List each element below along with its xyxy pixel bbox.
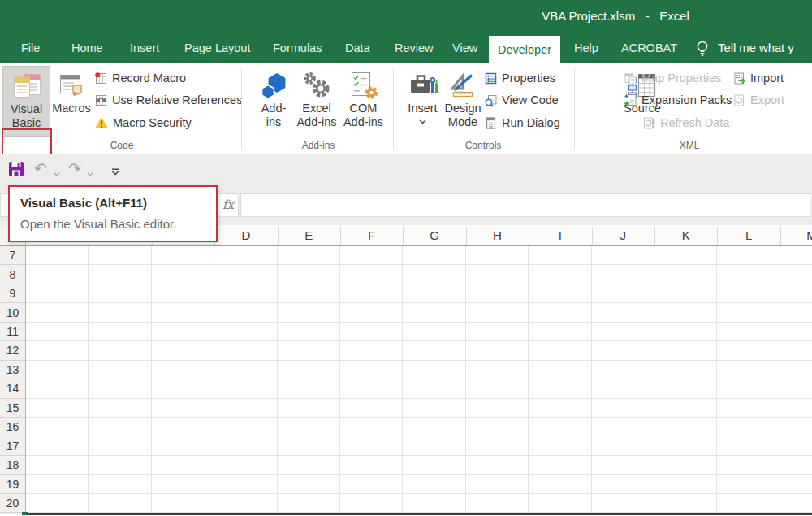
add-ins-icon <box>258 69 289 102</box>
tab-review[interactable]: Review <box>395 33 434 63</box>
run-dialog-label: Run Dialog <box>502 116 560 129</box>
window-title: VBA Project.xlsm - Excel <box>542 9 689 23</box>
column-header-F[interactable]: F <box>356 225 388 245</box>
add-ins-button[interactable]: Add- ins <box>257 66 291 137</box>
row-header-10[interactable]: 10 <box>0 303 25 322</box>
chevron-down-icon <box>419 119 426 124</box>
chevron-down-icon <box>54 172 60 176</box>
tab-formulas[interactable]: Formulas <box>273 33 322 63</box>
customize-toolbar-icon <box>111 168 119 176</box>
insert-function-button[interactable]: fx <box>218 193 239 217</box>
tab-page-layout[interactable]: Page Layout <box>184 33 250 63</box>
column-header-H[interactable]: H <box>482 225 514 245</box>
expansion-packs-button[interactable]: Expansion Packs <box>624 92 732 108</box>
row-header-9[interactable]: 9 <box>0 284 25 303</box>
tab-acrobat[interactable]: ACROBAT <box>621 33 677 63</box>
row-header-19[interactable]: 19 <box>0 475 25 493</box>
column-separator <box>717 227 718 245</box>
use-relative-references-label: Use Relative References <box>112 93 242 106</box>
customize-quick-access-button[interactable] <box>111 162 119 181</box>
com-add-ins-button[interactable]: COM Add-ins <box>342 66 385 137</box>
properties-button[interactable]: Properties <box>484 70 555 86</box>
row-header-11[interactable]: 11 <box>0 323 25 341</box>
import-button[interactable]: Import <box>732 70 784 86</box>
relative-references-icon <box>94 93 108 107</box>
group-divider <box>393 68 394 150</box>
row-header-20[interactable]: 20 <box>0 494 25 513</box>
row-header-column: 7891011121314151617181920 <box>0 246 26 514</box>
row-header-15[interactable]: 15 <box>0 399 25 418</box>
row-header-17[interactable]: 17 <box>0 437 25 456</box>
row-header-12[interactable]: 12 <box>0 341 25 360</box>
undo-icon: ↶ <box>34 161 47 177</box>
add-ins-label-1: Add- <box>261 102 287 115</box>
tab-developer[interactable]: Developer <box>489 36 560 63</box>
column-header-G[interactable]: G <box>418 225 451 245</box>
macros-label: Macros <box>52 102 91 115</box>
tooltip-title: Visual Basic (Alt+F11) <box>20 196 216 210</box>
tab-file[interactable]: File <box>21 33 40 63</box>
excel-add-ins-button[interactable]: Excel Add-ins <box>293 66 340 137</box>
column-header-I[interactable]: I <box>544 225 577 245</box>
sheet-bottom-edge <box>28 513 812 515</box>
record-macro-button[interactable]: Record Macro <box>94 70 186 86</box>
com-add-ins-label-2: Add-ins <box>343 115 383 129</box>
column-separator <box>403 227 404 245</box>
column-header-K[interactable]: K <box>670 225 702 245</box>
add-ins-label-2: ins <box>261 115 287 129</box>
redo-icon: ↷ <box>68 161 81 177</box>
tab-view[interactable]: View <box>452 33 477 63</box>
redo-button[interactable]: ↷ <box>68 159 81 179</box>
tab-help[interactable]: Help <box>574 33 598 63</box>
visual-basic-button[interactable]: Visual Basic <box>2 66 50 137</box>
macro-security-button[interactable]: Macro Security <box>94 115 192 131</box>
map-properties-button[interactable]: Map Properties <box>624 70 721 86</box>
redo-dropdown[interactable] <box>87 164 93 184</box>
import-label: Import <box>750 72 784 85</box>
column-separator <box>780 227 781 245</box>
tab-home[interactable]: Home <box>71 33 103 63</box>
formula-input[interactable] <box>240 193 810 217</box>
row-header-7[interactable]: 7 <box>0 246 25 265</box>
row-header-14[interactable]: 14 <box>0 379 25 398</box>
row-header-16[interactable]: 16 <box>0 418 25 436</box>
design-mode-label-1: Design <box>444 102 481 115</box>
insert-control-button[interactable]: Insert <box>405 66 440 137</box>
undo-dropdown[interactable] <box>54 164 60 184</box>
column-header-J[interactable]: J <box>607 225 639 245</box>
tab-insert[interactable]: Insert <box>130 33 159 63</box>
chevron-down-icon <box>87 172 93 176</box>
sheet-cells[interactable] <box>26 246 812 514</box>
use-relative-references-button[interactable]: Use Relative References <box>94 92 242 108</box>
column-separator <box>529 227 529 245</box>
view-code-button[interactable]: View Code <box>484 92 559 108</box>
column-separator <box>592 227 593 245</box>
macros-icon <box>58 69 84 102</box>
column-header-L[interactable]: L <box>732 225 765 245</box>
map-properties-label: Map Properties <box>641 72 721 85</box>
undo-button[interactable]: ↶ <box>34 159 47 179</box>
column-header-M[interactable]: M <box>796 225 812 245</box>
row-header-8[interactable]: 8 <box>0 265 25 284</box>
export-button[interactable]: Export <box>732 92 784 108</box>
tab-data[interactable]: Data <box>345 33 370 63</box>
column-header-E[interactable]: E <box>292 225 325 245</box>
column-header-D[interactable]: D <box>230 225 262 245</box>
add-ins-group-label: Add-ins <box>253 140 383 152</box>
macros-button[interactable]: Macros <box>52 66 91 137</box>
run-dialog-button[interactable]: Run Dialog <box>484 115 560 131</box>
properties-label: Properties <box>502 72 555 85</box>
ribbon: Visual Basic Macros Record Macro <box>0 63 812 154</box>
tell-me-box[interactable]: Tell me what y <box>718 33 794 63</box>
refresh-data-button[interactable]: Refresh Data <box>642 115 729 131</box>
properties-icon <box>484 72 498 85</box>
code-group-label: Code <box>32 140 211 152</box>
design-mode-label-2: Mode <box>444 115 481 129</box>
row-header-18[interactable]: 18 <box>0 456 25 475</box>
design-mode-button[interactable]: Design Mode <box>443 66 483 137</box>
design-mode-icon <box>448 69 477 102</box>
visual-basic-label-1: Visual <box>11 102 42 116</box>
row-header-13[interactable]: 13 <box>0 361 25 379</box>
export-label: Export <box>750 93 784 106</box>
save-button[interactable] <box>8 159 24 179</box>
